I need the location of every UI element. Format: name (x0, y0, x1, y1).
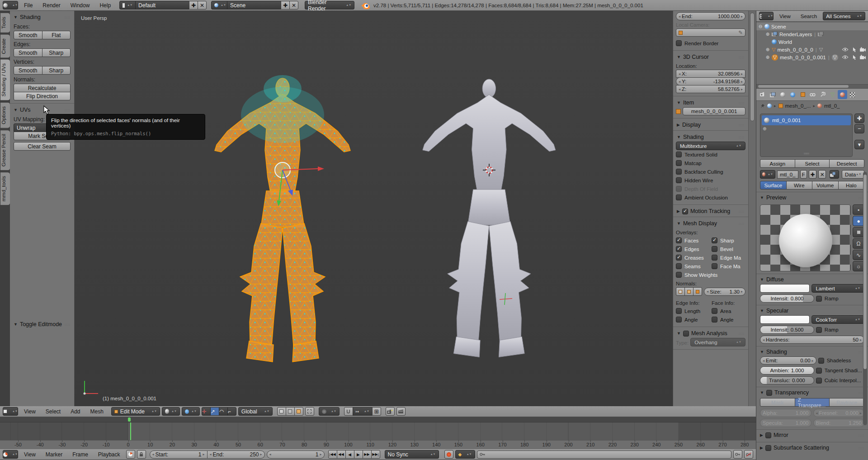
cursor-y-field[interactable]: ◂Y:-134.91968▸ (676, 77, 745, 85)
face-select-mode-button[interactable] (294, 407, 303, 416)
shading-panel-header[interactable]: ▼ Shading :::: (10, 12, 74, 22)
collapse-icon[interactable]: ⊖ (758, 24, 763, 29)
vertices-sharp-button[interactable]: Sharp (42, 66, 71, 75)
timeline-playhead-marker[interactable] (128, 417, 131, 422)
local-camera-field[interactable]: ✎ (676, 28, 745, 37)
hidden-wire-checkbox[interactable] (676, 177, 682, 183)
ambient-slider[interactable]: Ambien:1.000 (760, 366, 814, 375)
vp-menu-select[interactable]: Select (42, 408, 65, 416)
mirror-checkbox[interactable] (765, 432, 771, 438)
material-name-field[interactable]: mtl_0_ (777, 171, 798, 179)
overlay-edge-marks-checkbox[interactable] (712, 255, 717, 261)
normals-size-field[interactable]: ◂ Size: 1.30 ▸ (704, 288, 745, 296)
fake-user-button[interactable]: F (800, 170, 807, 179)
manipulator-scale-button[interactable]: ⌐ (227, 407, 236, 416)
timeline-scrollbar[interactable] (0, 417, 756, 422)
specular-intensity-slider[interactable]: Intensit:0.500 (760, 326, 814, 334)
orientation-select[interactable]: Global ▲▼ (238, 407, 273, 416)
vp-menu-mesh[interactable]: Mesh (86, 408, 108, 416)
cursor-x-field[interactable]: ◂X:32.08596▸ (676, 70, 745, 78)
renderable-camera-icon[interactable] (860, 55, 866, 60)
screen-layout-icon-button[interactable]: ▲▼ (119, 1, 136, 9)
material-slot-active[interactable]: mtl_0_0.001 (762, 115, 851, 125)
delete-keyframe-button[interactable] (744, 450, 753, 459)
jump-to-start-button[interactable]: |◀◀ (328, 450, 337, 459)
outliner-menu-view[interactable]: View (775, 13, 795, 20)
manipulator-axis-button[interactable]: ✛ (202, 407, 211, 416)
shadeless-checkbox[interactable] (818, 358, 824, 364)
diffuse-panel-header[interactable]: ▼ Diffuse :::: (756, 274, 868, 284)
tab-world[interactable] (788, 90, 797, 99)
eyedropper-icon[interactable]: ✎ (738, 29, 743, 36)
current-frame-field[interactable]: ◂ 1 ▸ (267, 451, 325, 459)
analysis-type-select[interactable]: Overhang ▲▼ (690, 338, 745, 346)
snap-element-select[interactable]: ↦ ▲▼ (353, 407, 373, 416)
overlay-face-marks-checkbox[interactable] (712, 263, 717, 269)
render-opengl-button[interactable] (386, 407, 395, 416)
link-data-select[interactable]: Data ▲▼ (842, 170, 864, 179)
screen-layout-field[interactable]: Default (135, 1, 189, 9)
render-border-checkbox[interactable] (676, 40, 682, 46)
item-panel-header[interactable]: ▼ Item :::: (673, 97, 748, 107)
mode-select[interactable]: Edit Mode ▲▼ (111, 407, 160, 416)
transparency-ztransparency-tab[interactable]: Z Transpare... (795, 398, 830, 407)
3d-viewport[interactable]: User Persp (75, 11, 673, 406)
expand-icon[interactable]: ⊕ (765, 32, 770, 37)
edges-smooth-button[interactable]: Smooth (14, 48, 42, 57)
alpha-field[interactable]: Alpha: 1.000 (760, 409, 811, 417)
outliner-row-world[interactable]: World (756, 38, 868, 46)
shading-panel-header-mat[interactable]: ▼ Shading :::: (756, 346, 868, 356)
emit-field[interactable]: ◂Emit: 0.00▸ (760, 356, 816, 365)
object-crumb-icon[interactable] (778, 104, 783, 108)
vertex-select-mode-button[interactable] (277, 407, 286, 416)
auto-keyframe-button[interactable] (444, 450, 453, 459)
recalculate-normals-button[interactable]: Recalculate (14, 84, 71, 92)
diffuse-ramp-checkbox[interactable] (816, 296, 822, 302)
sss-checkbox[interactable] (765, 445, 771, 451)
tab-scene[interactable] (778, 90, 788, 99)
shading-panel-header-n[interactable]: ▼ Shading :::: (673, 132, 748, 142)
select-button[interactable]: Select (795, 159, 830, 168)
playhead[interactable] (130, 422, 131, 440)
tab-options[interactable]: Options (0, 102, 10, 128)
tab-modifiers[interactable] (818, 90, 827, 99)
diffuse-intensity-slider[interactable]: Intensit:0.800 (760, 294, 814, 303)
use-preview-range-button[interactable] (126, 450, 135, 459)
type-surface-tab[interactable]: Surface (760, 181, 787, 190)
keying-set-select[interactable]: ◆ ▲▼ (455, 450, 475, 459)
specular-panel-header[interactable]: ▼ Specular :::: (756, 305, 868, 315)
proportional-edit-select[interactable]: ▲▼ (319, 407, 340, 416)
tab-mmd-tools[interactable]: mmd_tools (0, 172, 10, 205)
render-engine-select[interactable]: Blender Render ▲▼ (305, 1, 354, 9)
timeline-editor-type-button[interactable]: ▲▼ (3, 450, 18, 459)
overlay-creases-checkbox[interactable] (676, 255, 682, 261)
vertex-normals-toggle[interactable] (676, 287, 685, 296)
motion-tracking-checkbox[interactable] (682, 209, 688, 214)
outliner-hscrollbar[interactable] (756, 84, 868, 89)
expand-icon[interactable]: ⊕ (765, 55, 770, 60)
outliner-row-mesh-001[interactable]: ⊕ ▽ mesh_0_0_0_0.001 | ▽ (756, 53, 868, 61)
tangent-shading-checkbox[interactable] (816, 368, 822, 374)
new-material-button[interactable]: ✚ (809, 170, 816, 179)
edge-select-mode-button[interactable] (286, 407, 295, 416)
snap-toggle-button[interactable] (344, 407, 353, 416)
tab-texture[interactable] (848, 90, 857, 99)
insert-keyframe-button[interactable] (733, 450, 742, 459)
3d-cursor-panel-header[interactable]: ▼ 3D Cursor :::: (673, 52, 748, 62)
sss-panel-header[interactable]: ▶ Subsurface Scattering :::: (756, 442, 868, 452)
menu-file[interactable]: File (20, 1, 37, 9)
viewport-shading-select[interactable]: ▲▼ (162, 407, 180, 416)
tl-menu-frame[interactable]: Frame (68, 451, 92, 459)
pivot-select[interactable]: ▲▼ (182, 407, 200, 416)
specular-alpha-field[interactable]: Specula: 1.000 (760, 419, 811, 427)
cubic-interpolation-checkbox[interactable] (816, 378, 822, 384)
specular-ramp-checkbox[interactable] (816, 327, 822, 333)
face-area-checkbox[interactable] (712, 308, 717, 314)
tab-render-layers[interactable] (768, 90, 778, 99)
tab-object-data[interactable]: ▽ (828, 90, 837, 99)
show-weights-checkbox[interactable] (676, 272, 682, 278)
textured-solid-checkbox[interactable] (676, 152, 682, 157)
mirror-panel-header[interactable]: ▶ Mirror :::: (756, 430, 868, 440)
scene-crumb-icon[interactable] (767, 104, 772, 108)
display-panel-header[interactable]: ▶ Display :::: (673, 119, 748, 129)
